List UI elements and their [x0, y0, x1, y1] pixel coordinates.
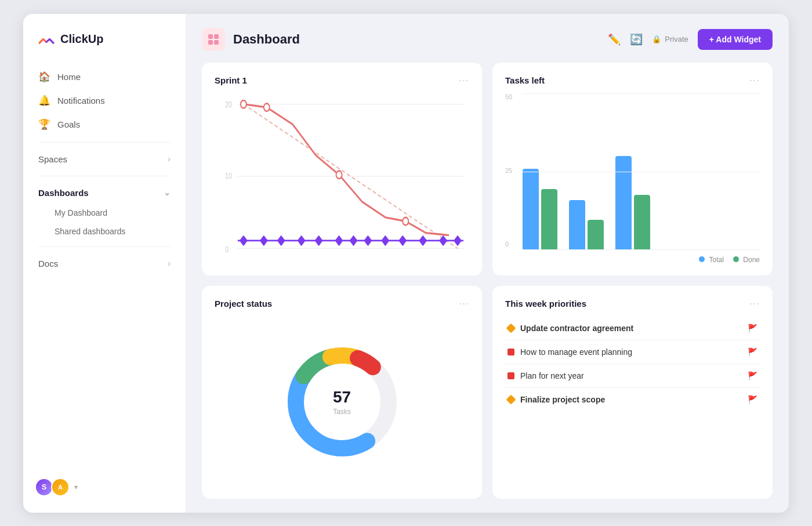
page-title: Dashboard: [233, 32, 300, 47]
avatar-caret-icon[interactable]: ▾: [74, 483, 78, 491]
spaces-chevron-icon: ›: [168, 154, 171, 164]
priority-item-2[interactable]: How to manage event planning 🚩: [505, 340, 760, 364]
priority-flag-3: 🚩: [748, 371, 757, 380]
priority-item-1[interactable]: Update contractor agreement 🚩: [505, 317, 760, 340]
home-icon: 🏠: [38, 71, 50, 83]
legend-done-label: Done: [743, 256, 760, 264]
priority-left-3: Plan for next year: [507, 371, 748, 380]
sidebar-item-home[interactable]: 🏠 Home: [30, 65, 179, 89]
priorities-list: Update contractor agreement 🚩 How to man…: [505, 317, 760, 487]
notifications-icon: 🔔: [38, 95, 50, 107]
donut-center: 57 Tasks: [333, 388, 351, 416]
tasks-left-widget-menu[interactable]: ···: [749, 74, 760, 86]
docs-chevron-icon: ›: [168, 259, 171, 268]
svg-point-12: [264, 103, 270, 111]
priority-text-3: Plan for next year: [520, 371, 584, 380]
legend-total: Total: [699, 256, 723, 264]
header: Dashboard ✏️ 🔄 🔒 Private + Add Widget: [202, 28, 773, 51]
svg-text:20: 20: [225, 99, 232, 109]
avatar-a[interactable]: A: [51, 478, 70, 496]
spaces-label: Spaces: [38, 154, 67, 164]
priority-left-1: Update contractor agreement: [507, 324, 748, 333]
dashboards-label: Dashboards: [38, 188, 89, 198]
project-status-widget-title: Project status: [215, 299, 272, 309]
svg-rect-2: [208, 40, 213, 45]
privacy-badge: 🔒 Private: [652, 35, 688, 43]
lock-icon: 🔒: [652, 35, 661, 43]
svg-point-11: [241, 100, 246, 108]
goals-icon: 🏆: [38, 118, 50, 130]
svg-text:10: 10: [225, 171, 232, 180]
donut-container: 57 Tasks: [215, 317, 469, 487]
task-count: 57: [333, 388, 351, 407]
priority-flag-1: 🚩: [748, 324, 757, 333]
priority-text-1: Update contractor agreement: [520, 324, 633, 333]
nav-divider-2: [38, 176, 171, 176]
sidebar-item-spaces[interactable]: Spaces ›: [30, 148, 179, 170]
priority-indicator-1: [506, 323, 516, 333]
svg-rect-3: [214, 40, 219, 45]
bar-chart: 50 25 0: [505, 93, 760, 264]
legend-total-label: Total: [709, 256, 724, 264]
sprint-widget-menu[interactable]: ···: [459, 74, 469, 86]
y-axis-labels: 50 25 0: [505, 93, 512, 248]
sidebar: ClickUp 🏠 Home 🔔 Notifications 🏆 Goals S…: [23, 14, 186, 513]
priorities-widget: This week priorities ··· Update contract…: [492, 286, 773, 499]
priority-item-3[interactable]: Plan for next year 🚩: [505, 364, 760, 388]
sidebar-nav: 🏠 Home 🔔 Notifications 🏆 Goals Spaces › …: [23, 65, 186, 471]
nav-divider-1: [38, 142, 171, 143]
refresh-icon[interactable]: 🔄: [630, 33, 643, 46]
logo-area: ClickUp: [23, 30, 186, 65]
legend-dot-done: [733, 256, 739, 262]
bar-chart-legend: Total Done: [505, 252, 760, 264]
project-status-widget-header: Project status ···: [215, 298, 469, 310]
priority-left-4: Finalize project scope: [507, 395, 748, 404]
shared-dashboards-label: Shared dashboards: [55, 227, 125, 236]
priority-left-2: How to manage event planning: [507, 347, 748, 357]
legend-done: Done: [733, 256, 760, 264]
sidebar-item-notifications-label: Notifications: [57, 96, 105, 106]
priority-text-4: Finalize project scope: [520, 395, 605, 404]
priorities-widget-menu[interactable]: ···: [749, 298, 760, 310]
y-label-50: 50: [505, 93, 512, 100]
svg-text:0: 0: [225, 244, 229, 254]
task-label: Tasks: [333, 408, 351, 416]
y-label-0: 0: [505, 241, 512, 248]
nav-divider-3: [38, 246, 171, 247]
sprint-widget-title: Sprint 1: [215, 75, 247, 85]
main-content: Dashboard ✏️ 🔄 🔒 Private + Add Widget Sp…: [186, 14, 789, 513]
sidebar-item-home-label: Home: [57, 72, 81, 82]
dashboard-grid: Sprint 1 ··· 20 10 0: [202, 63, 773, 499]
dashboards-chevron-icon: ⌄: [164, 188, 171, 197]
logo-text: ClickUp: [60, 32, 103, 46]
sidebar-sub-item-my-dashboard[interactable]: My Dashboard: [30, 204, 179, 222]
sidebar-sub-item-shared-dashboards[interactable]: Shared dashboards: [30, 222, 179, 241]
svg-rect-1: [214, 34, 219, 39]
sidebar-item-goals[interactable]: 🏆 Goals: [30, 113, 179, 136]
edit-icon[interactable]: ✏️: [608, 33, 621, 46]
sidebar-item-dashboards[interactable]: Dashboards ⌄: [30, 182, 179, 204]
sidebar-footer: S A ▾: [23, 471, 186, 503]
tasks-left-widget: Tasks left ··· 50 25 0: [492, 63, 773, 275]
project-status-widget: Project status ···: [202, 286, 482, 499]
docs-label: Docs: [38, 259, 58, 269]
sprint-widget-header: Sprint 1 ···: [215, 74, 469, 86]
priority-indicator-3: [507, 372, 514, 379]
sprint-chart: 20 10 0: [215, 93, 469, 264]
sidebar-item-goals-label: Goals: [57, 119, 80, 129]
project-status-widget-menu[interactable]: ···: [459, 298, 469, 310]
tasks-left-widget-title: Tasks left: [505, 75, 545, 85]
privacy-label: Private: [665, 35, 688, 43]
sidebar-item-docs[interactable]: Docs ›: [30, 253, 179, 274]
priority-item-4[interactable]: Finalize project scope 🚩: [505, 388, 760, 411]
clickup-logo-icon: [37, 30, 56, 49]
priority-flag-4: 🚩: [748, 395, 757, 404]
dashboard-icon: [202, 28, 225, 51]
priority-indicator-2: [507, 349, 514, 355]
tasks-left-widget-header: Tasks left ···: [505, 74, 760, 86]
sidebar-item-notifications[interactable]: 🔔 Notifications: [30, 89, 179, 113]
legend-dot-total: [699, 256, 705, 262]
add-widget-button[interactable]: + Add Widget: [698, 29, 773, 50]
svg-point-13: [336, 171, 342, 178]
priorities-widget-header: This week priorities ···: [505, 298, 760, 310]
